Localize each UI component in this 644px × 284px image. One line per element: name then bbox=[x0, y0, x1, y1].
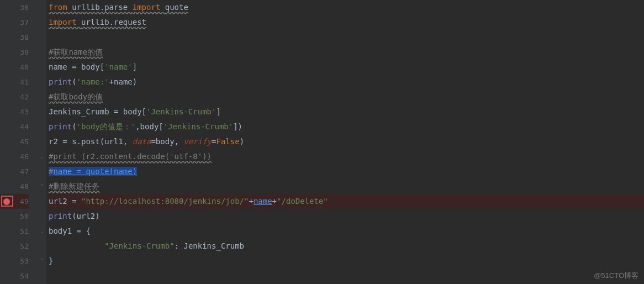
code-token: ]) bbox=[233, 122, 242, 131]
line-number[interactable]: 48 bbox=[0, 179, 29, 194]
code-token: ,body[ bbox=[135, 122, 163, 131]
code-area[interactable]: from urllib.parse import quoteimport url… bbox=[46, 0, 644, 284]
line-number-gutter[interactable]: 36373839404142434445464748495051525354 bbox=[0, 0, 39, 284]
code-token: from bbox=[49, 3, 72, 12]
code-line[interactable]: body1 = { bbox=[49, 224, 644, 239]
code-line[interactable]: #print (r2.content.decode('utf-8')) bbox=[49, 149, 644, 164]
code-token: #获取name的值 bbox=[49, 48, 103, 56]
line-number[interactable]: 46 bbox=[0, 149, 29, 164]
code-line[interactable]: name = body['name'] bbox=[49, 60, 644, 75]
line-number[interactable]: 36 bbox=[0, 0, 29, 15]
code-token: (url2) bbox=[72, 212, 100, 220]
code-line[interactable] bbox=[49, 30, 644, 45]
code-line[interactable]: #删除新建任务 bbox=[49, 179, 644, 194]
code-line[interactable]: import urllib.request bbox=[49, 15, 644, 30]
code-line[interactable]: Jenkins_Crumb = body['Jenkins-Crumb'] bbox=[49, 104, 644, 119]
watermark: @51CTO博客 bbox=[594, 271, 638, 281]
fold-column[interactable]: ⌄⌃⌄⌃ bbox=[39, 0, 46, 284]
fold-end-icon[interactable]: ⌃ bbox=[39, 183, 45, 189]
code-token: verify bbox=[183, 137, 212, 146]
code-token bbox=[49, 241, 104, 250]
code-token: name = body[ bbox=[49, 62, 104, 71]
code-line[interactable] bbox=[49, 269, 644, 283]
code-token: : Jenkins_Crumb bbox=[175, 241, 244, 250]
code-token: data bbox=[133, 137, 151, 146]
code-token: print bbox=[49, 212, 72, 220]
breakpoint-highlight-box bbox=[1, 196, 13, 207]
code-token: + bbox=[272, 197, 277, 206]
code-token: import bbox=[133, 3, 165, 12]
code-token: body1 = { bbox=[49, 227, 91, 235]
code-token: urllib.parse bbox=[72, 3, 133, 12]
code-token: 'Jenkins-Crumb' bbox=[146, 107, 216, 116]
code-token: + bbox=[249, 197, 253, 206]
line-number[interactable]: 53 bbox=[0, 254, 29, 269]
code-token: 'Jenkins-Crumb' bbox=[163, 122, 233, 131]
line-number[interactable]: 51 bbox=[0, 224, 29, 239]
code-token: #print (r2.content.decode('utf-8')) bbox=[49, 152, 212, 161]
fold-start-icon[interactable]: ⌄ bbox=[39, 228, 45, 234]
code-line[interactable]: print(url2) bbox=[49, 209, 644, 224]
line-number[interactable]: 43 bbox=[0, 104, 29, 119]
code-token: 'name' bbox=[104, 62, 133, 71]
code-token: print bbox=[49, 122, 72, 131]
line-number[interactable]: 52 bbox=[0, 239, 29, 254]
code-token: ] bbox=[216, 107, 220, 116]
line-number[interactable]: 40 bbox=[0, 60, 29, 75]
code-token: =body, bbox=[151, 137, 183, 146]
code-token: Jenkins_Crumb = body[ bbox=[49, 107, 146, 116]
code-token: ( bbox=[72, 77, 76, 86]
code-token: 'name:' bbox=[77, 77, 109, 86]
code-token: "/doDelete" bbox=[277, 197, 328, 206]
code-token: +name) bbox=[109, 77, 138, 86]
line-number[interactable]: 37 bbox=[0, 15, 29, 30]
code-token: r2 = s.post(url1, bbox=[49, 137, 133, 146]
line-number[interactable]: 50 bbox=[0, 209, 29, 224]
line-number[interactable]: 47 bbox=[0, 164, 29, 179]
code-line[interactable]: r2 = s.post(url1, data=body, verify=Fals… bbox=[49, 134, 644, 149]
code-line[interactable]: #获取body的值 bbox=[49, 90, 644, 104]
code-token: quote bbox=[165, 3, 188, 12]
line-number[interactable]: 38 bbox=[0, 30, 29, 45]
code-token: 'body的值是：' bbox=[77, 122, 136, 131]
code-token: urllib.request bbox=[81, 18, 146, 27]
code-token: ] bbox=[133, 62, 137, 71]
code-token: name bbox=[254, 197, 272, 206]
code-line[interactable]: } bbox=[49, 254, 644, 269]
fold-start-icon[interactable]: ⌄ bbox=[39, 154, 45, 159]
code-token: print bbox=[49, 77, 72, 86]
code-token: ) bbox=[240, 137, 244, 146]
code-token: import bbox=[49, 18, 81, 27]
code-token: } bbox=[49, 256, 53, 265]
code-line[interactable]: "Jenkins-Crumb": Jenkins_Crumb bbox=[49, 239, 644, 254]
code-line[interactable]: url2 = "http://localhost:8080/jenkins/jo… bbox=[49, 194, 644, 209]
line-number[interactable]: 45 bbox=[0, 134, 29, 149]
code-token: "http://localhost:8080/jenkins/job/" bbox=[81, 197, 249, 206]
code-editor[interactable]: 36373839404142434445464748495051525354 ⌄… bbox=[0, 0, 644, 284]
code-token: url2 = bbox=[49, 197, 81, 206]
line-number[interactable]: 41 bbox=[0, 75, 29, 90]
code-line[interactable]: from urllib.parse import quote bbox=[49, 0, 644, 15]
code-line[interactable]: print('body的值是：',body['Jenkins-Crumb']) bbox=[49, 119, 644, 134]
code-token: ( bbox=[72, 122, 76, 131]
code-line[interactable]: print('name:'+name) bbox=[49, 75, 644, 90]
line-number[interactable]: 42 bbox=[0, 90, 29, 104]
code-line[interactable]: #name = quote(name) bbox=[49, 164, 644, 179]
line-number[interactable]: 54 bbox=[0, 269, 29, 283]
code-token: False bbox=[216, 137, 239, 146]
code-token: #获取body的值 bbox=[49, 92, 103, 101]
line-number[interactable]: 49 bbox=[0, 194, 29, 209]
code-line[interactable]: #获取name的值 bbox=[49, 45, 644, 60]
code-token: #删除新建任务 bbox=[49, 182, 99, 191]
line-number[interactable]: 39 bbox=[0, 45, 29, 60]
fold-end-icon[interactable]: ⌃ bbox=[39, 258, 45, 264]
code-token: "Jenkins-Crumb" bbox=[104, 241, 174, 250]
line-number[interactable]: 44 bbox=[0, 119, 29, 134]
code-token: name = quote(name) bbox=[53, 167, 137, 176]
